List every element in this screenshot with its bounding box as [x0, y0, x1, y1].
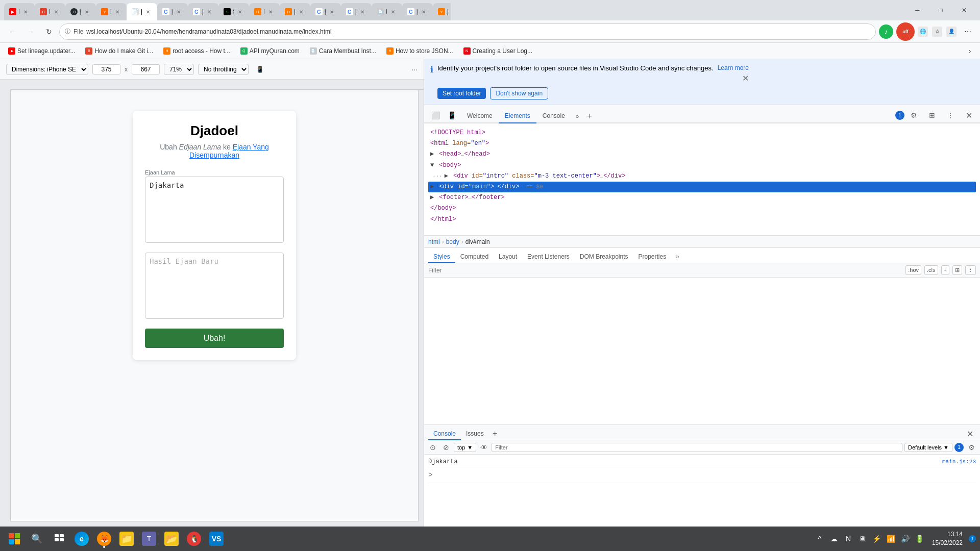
search-button[interactable]: 🔍	[27, 529, 47, 549]
styles-filter-input[interactable]	[428, 267, 901, 274]
footer-el[interactable]: ▶ <footer>…</footer>	[428, 192, 976, 203]
back-button[interactable]: ←	[4, 23, 20, 40]
taskbar-app6[interactable]: 🐧	[184, 529, 204, 549]
tray-wifi[interactable]: 📶	[885, 533, 897, 545]
tab-active[interactable]: 📄 jad ✕	[127, 3, 157, 20]
issues-badge[interactable]: 1	[895, 111, 904, 120]
tab-close-ho1[interactable]: ✕	[266, 8, 275, 16]
bookmark-setlineage[interactable]: ▶ Set lineage.updater...	[4, 46, 79, 56]
tab-g5[interactable]: G jav ✕	[341, 3, 372, 20]
tab-close-gh[interactable]: ✕	[83, 8, 91, 16]
tab-welcome[interactable]: Welcome	[461, 109, 499, 123]
tab-str[interactable]: S Str ✕	[218, 3, 249, 20]
console-record-button[interactable]: ⊙	[427, 442, 438, 453]
bookmarks-more-button[interactable]: ›	[964, 45, 976, 57]
minimize-button[interactable]: ─	[905, 2, 929, 18]
bookmark-quran[interactable]: Q API myQuran.com	[236, 46, 304, 56]
html-open[interactable]: <html lang="en">	[428, 138, 976, 149]
tab-close-g1[interactable]: ✕	[175, 8, 183, 16]
more-filter[interactable]: ⋮	[965, 265, 976, 275]
tab-ya[interactable]: Y jav ✕	[433, 3, 451, 20]
tab-g4[interactable]: G jav ✕	[310, 3, 341, 20]
devtools-more-button[interactable]: ⋮	[943, 108, 958, 122]
bookmark-git[interactable]: B How do I make Git i...	[81, 46, 157, 56]
bookmark-userlog[interactable]: N Creating a User Log...	[459, 46, 536, 56]
tab-close-str[interactable]: ✕	[236, 8, 244, 16]
tab-g1[interactable]: G jav ✕	[157, 3, 188, 20]
throttle-selector[interactable]: No throttling	[198, 64, 249, 75]
ejaan-lama-input[interactable]: Djakarta	[145, 177, 284, 243]
tab-g3[interactable]: H jav ✕	[280, 3, 310, 20]
hasil-ejaan-input[interactable]	[145, 253, 284, 319]
height-input[interactable]	[132, 64, 160, 74]
toolbar-more-button[interactable]: ···	[411, 65, 418, 73]
tray-network[interactable]: 🖥	[856, 533, 869, 545]
styles-tab-dombreakpoints[interactable]: DOM Breakpoints	[575, 251, 633, 263]
tab-close-g4[interactable]: ✕	[328, 8, 336, 16]
dont-show-again-button[interactable]: Don't show again	[490, 87, 548, 99]
styles-tab-styles[interactable]: Styles	[428, 251, 455, 263]
start-button[interactable]	[4, 529, 24, 549]
notification-badge[interactable]: 1	[969, 535, 976, 542]
breadcrumb-body[interactable]: body	[446, 238, 459, 245]
console-filter-input[interactable]	[492, 443, 902, 452]
tab-console[interactable]: Console	[536, 109, 571, 123]
console-issues-badge[interactable]: 1	[954, 443, 964, 452]
styles-tab-computed[interactable]: Computed	[455, 251, 494, 263]
reload-button[interactable]: ↻	[41, 23, 57, 40]
extension-translate[interactable]: 🌐	[918, 27, 928, 37]
styles-tab-layout[interactable]: Layout	[494, 251, 522, 263]
close-button[interactable]: ✕	[952, 2, 976, 18]
tray-up-arrow[interactable]: ^	[814, 533, 826, 545]
tab-gh[interactable]: ⊙ jad ✕	[65, 3, 96, 20]
spotify-extension[interactable]: ♪	[879, 24, 893, 39]
styles-tab-properties[interactable]: Properties	[633, 251, 672, 263]
width-input[interactable]	[92, 64, 120, 74]
tab-g2[interactable]: G jav ✕	[188, 3, 218, 20]
tab-close-htn[interactable]: ✕	[113, 8, 121, 16]
bookmark-root[interactable]: H root access - How t...	[159, 46, 234, 56]
tray-cloud[interactable]: ☁	[828, 533, 840, 545]
console-close-button[interactable]: ✕	[964, 428, 976, 440]
console-clear-button[interactable]: ⊘	[440, 442, 452, 453]
address-bar[interactable]: ⓘ File wsl.localhost/Ubuntu-20.04/home/h…	[59, 23, 876, 40]
tray-bluetooth[interactable]: ⚡	[871, 533, 883, 545]
devtools-inspect-button[interactable]: ⬜	[428, 108, 443, 122]
tab-close-g2[interactable]: ✕	[205, 8, 213, 16]
tray-battery[interactable]: 🔋	[914, 533, 926, 545]
ubah-button[interactable]: Ubah!	[145, 329, 284, 348]
console-new-tab[interactable]: +	[489, 428, 501, 440]
html-doctype[interactable]: <!DOCTYPE html>	[428, 128, 976, 138]
tab-g6[interactable]: G jav ✕	[402, 3, 433, 20]
tab-close-active[interactable]: ✕	[144, 8, 152, 16]
tab-htn[interactable]: Y htn ✕	[96, 3, 127, 20]
hov-filter[interactable]: :hov	[905, 265, 921, 275]
tab-close-http[interactable]: ✕	[389, 8, 397, 16]
account-button[interactable]: ⋯	[960, 23, 976, 40]
breadcrumb-html[interactable]: html	[428, 238, 440, 245]
bookmark-cara[interactable]: 📄 Cara Membuat Inst...	[306, 46, 380, 56]
bookmark-json[interactable]: H How to store JSON...	[382, 46, 457, 56]
taskbar-vscode[interactable]: VS	[206, 529, 227, 549]
forward-button[interactable]: →	[22, 23, 39, 40]
browser-taskbar[interactable]: 🦊	[94, 529, 114, 549]
maximize-button[interactable]: □	[929, 2, 952, 18]
set-root-folder-button[interactable]: Set root folder	[437, 88, 486, 99]
extension-profile[interactable]: 👤	[946, 27, 957, 37]
devtools-close-button[interactable]: ✕	[962, 108, 976, 122]
taskbar-app5[interactable]: 📂	[161, 529, 182, 549]
tab-close-g6[interactable]: ✕	[420, 8, 428, 16]
console-tab-console[interactable]: Console	[428, 428, 461, 440]
extension-star[interactable]: ☆	[932, 27, 942, 37]
device-selector[interactable]: Dimensions: iPhone SE	[6, 64, 88, 75]
html-close[interactable]: </html>	[428, 214, 976, 225]
console-eye-button[interactable]: 👁	[478, 442, 489, 453]
tab-close-g3[interactable]: ✕	[297, 8, 305, 16]
add-filter[interactable]: +	[941, 265, 949, 275]
tab-yt[interactable]: ▶ Ma ✕	[4, 3, 35, 20]
tab-close-yt[interactable]: ✕	[21, 8, 30, 16]
body-open[interactable]: ▼ <body>	[428, 160, 976, 171]
tab-ho1[interactable]: H Ho ✕	[249, 3, 280, 20]
console-settings-button[interactable]: ⚙	[966, 442, 977, 453]
styles-tab-eventlisteners[interactable]: Event Listeners	[522, 251, 575, 263]
